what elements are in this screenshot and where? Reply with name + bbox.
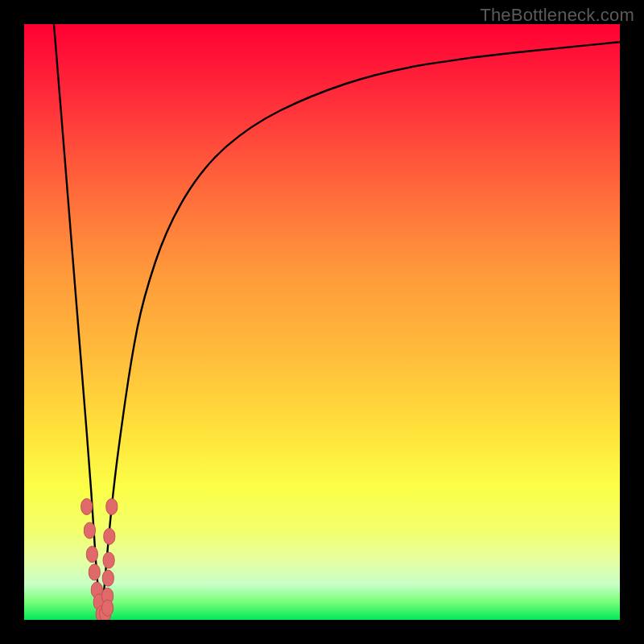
data-marker bbox=[103, 552, 114, 568]
data-marker bbox=[104, 528, 115, 544]
chart-frame: TheBottleneck.com bbox=[0, 0, 644, 644]
plot-area bbox=[24, 24, 620, 620]
data-marker bbox=[89, 564, 100, 580]
marker-group bbox=[81, 498, 118, 620]
right-branch-curve bbox=[101, 42, 620, 620]
data-marker bbox=[81, 498, 93, 514]
watermark-text: TheBottleneck.com bbox=[480, 5, 634, 26]
data-marker bbox=[106, 498, 118, 514]
data-marker bbox=[84, 522, 95, 539]
curve-layer bbox=[24, 24, 620, 620]
data-marker bbox=[102, 600, 114, 616]
data-marker bbox=[86, 547, 97, 563]
data-marker bbox=[102, 570, 114, 586]
